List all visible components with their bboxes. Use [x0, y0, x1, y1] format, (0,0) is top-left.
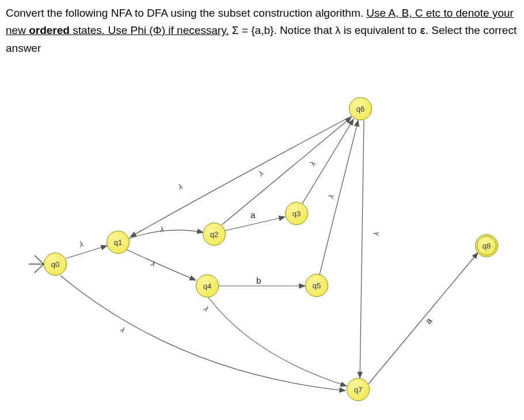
- q-part-c: ordered: [29, 24, 70, 36]
- state-q2: q2: [203, 223, 226, 246]
- edge-q1-q2-label: λ: [160, 225, 164, 234]
- q-part-a: Convert the following NFA to DFA using t…: [6, 7, 366, 19]
- q-part-d: states. Use Phi (Φ) if necessary.: [70, 24, 229, 36]
- state-q2-label: q2: [210, 230, 218, 239]
- state-q1-label: q1: [114, 238, 122, 247]
- state-q6-label: q6: [356, 105, 364, 113]
- svg-line-6: [360, 120, 364, 378]
- edge-q6-q7-label: λ: [372, 232, 381, 236]
- state-q5-label: q5: [313, 281, 321, 290]
- state-q0-label: q0: [51, 260, 59, 269]
- question-text: Convert the following NFA to DFA using t…: [6, 5, 518, 57]
- state-q6: q6: [349, 97, 372, 120]
- state-q3-label: q3: [293, 209, 301, 218]
- state-q1: q1: [107, 231, 130, 254]
- state-q3: q3: [285, 202, 308, 225]
- edge-q4-q5-label: b: [256, 276, 261, 285]
- state-q4: q4: [196, 274, 219, 297]
- state-q0: q0: [44, 253, 67, 276]
- state-q4-label: q4: [203, 282, 211, 291]
- state-q8: q8: [475, 234, 498, 257]
- nfa-diagram: q0 q1 q2 q3 q4 q5 q6 q7 q8 λ λ λ a λ b λ…: [6, 74, 518, 419]
- state-q7: q7: [347, 378, 370, 401]
- state-q8-label: q8: [483, 242, 491, 250]
- state-q7-label: q7: [354, 385, 362, 394]
- svg-line-0: [66, 246, 107, 258]
- state-q5: q5: [305, 274, 328, 297]
- edge-q2-q3-label: a: [250, 210, 255, 220]
